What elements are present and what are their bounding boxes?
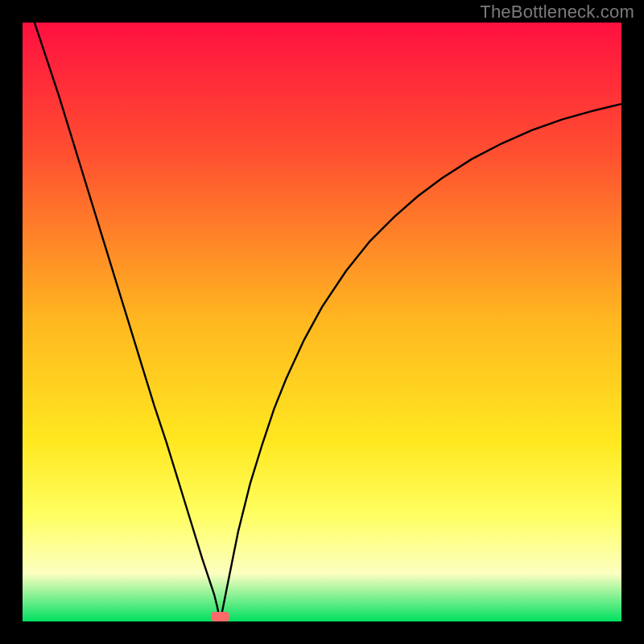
plot-area xyxy=(23,23,621,621)
bottleneck-chart xyxy=(0,0,644,644)
chart-container: TheBottleneck.com xyxy=(0,0,644,644)
minimum-marker xyxy=(211,612,229,621)
watermark-text: TheBottleneck.com xyxy=(480,2,634,23)
